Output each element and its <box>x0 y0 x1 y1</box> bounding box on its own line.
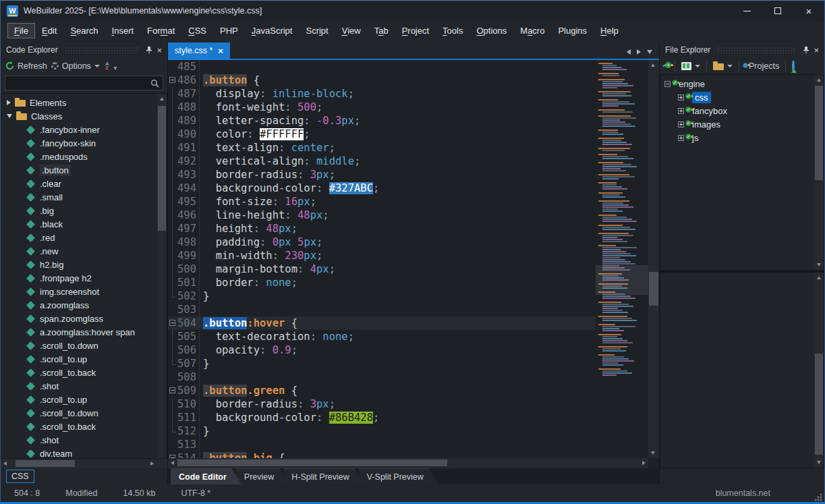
editor-vscrollbar[interactable] <box>648 60 659 458</box>
code-line-509[interactable]: −509.button.green { <box>168 384 596 397</box>
menu-insert[interactable]: Insert <box>105 23 141 38</box>
menu-project[interactable]: Project <box>395 23 436 38</box>
fold-toggle[interactable]: − <box>168 451 177 458</box>
tab-scroll-right-icon[interactable] <box>637 49 641 55</box>
menu-plugins[interactable]: Plugins <box>551 23 594 38</box>
tree-item-h2-big[interactable]: h2.big <box>1 258 167 271</box>
fold-collapse-icon[interactable]: − <box>169 387 175 393</box>
scroll-left-arrow-icon[interactable] <box>171 461 174 465</box>
sort-button[interactable]: AZ <box>104 62 117 70</box>
minimize-button[interactable] <box>731 1 762 21</box>
tree-item-a-zoomglass-hover-span[interactable]: a.zoomglass:hover span <box>1 325 167 339</box>
expand-icon[interactable]: + <box>678 135 684 141</box>
tree-item-button[interactable]: .button <box>1 163 167 177</box>
code-tree-hscrollbar[interactable] <box>1 459 167 468</box>
title-bar[interactable]: W WeBuilder 2025- [E:\Web\blumentals\www… <box>1 1 824 21</box>
view-tab-h-split-preview[interactable]: H-Split Preview <box>283 468 364 484</box>
code-line-489[interactable]: 489 letter-spacing: -0.3px; <box>168 114 596 128</box>
collapse-icon[interactable] <box>7 114 12 118</box>
minimap-viewport[interactable] <box>596 265 648 295</box>
code-line-512[interactable]: 512} <box>168 424 596 438</box>
scroll-up-arrow-icon[interactable] <box>817 78 821 82</box>
view-tab-v-split-preview[interactable]: V-Split Preview <box>359 468 438 484</box>
tree-item-elements[interactable]: Elements <box>1 96 167 109</box>
publish-button[interactable] <box>792 61 795 71</box>
code-line-513[interactable]: 513 <box>168 438 596 451</box>
tree-item-meduspods[interactable]: .meduspods <box>1 150 167 163</box>
scroll-thumb[interactable] <box>815 86 823 180</box>
menu-search[interactable]: Search <box>63 23 105 38</box>
tree-item-span-zoomglass[interactable]: span.zoomglass <box>1 312 167 325</box>
tree-item-fancybox-skin[interactable]: .fancybox-skin <box>1 136 167 150</box>
expand-icon[interactable]: + <box>678 121 684 128</box>
search-box[interactable] <box>5 76 163 90</box>
folder-item-js[interactable]: +✓js <box>660 131 824 144</box>
tab-css[interactable]: CSS <box>6 470 34 483</box>
code-line-485[interactable]: 485 <box>168 60 596 74</box>
expand-icon[interactable] <box>7 100 11 105</box>
scroll-left-arrow-icon[interactable] <box>3 461 7 466</box>
close-panel-icon[interactable]: × <box>157 46 162 55</box>
tab-close-icon[interactable]: × <box>218 46 223 56</box>
menu-file[interactable]: File <box>7 23 35 38</box>
resize-grip[interactable] <box>814 493 823 502</box>
pin-icon[interactable] <box>146 46 152 54</box>
tree-item-red[interactable]: .red <box>1 231 167 244</box>
scroll-thumb[interactable] <box>649 272 658 306</box>
code-line-492[interactable]: 492 vertical-align: middle; <box>168 155 596 168</box>
expand-icon[interactable]: + <box>678 94 684 101</box>
code-line-506[interactable]: 506 opacity: 0.9; <box>168 343 596 357</box>
tree-item-a-zoomglass[interactable]: a.zoomglass <box>1 298 167 312</box>
close-button[interactable]: × <box>793 1 824 21</box>
tab-list-dropdown-icon[interactable] <box>647 50 652 54</box>
folder-item-css[interactable]: +✓css <box>660 90 824 104</box>
fold-collapse-icon[interactable]: − <box>169 77 175 83</box>
folder-item-engine[interactable]: −✓engine <box>660 77 824 90</box>
folder-tree-vscrollbar[interactable] <box>814 75 824 270</box>
code-line-493[interactable]: 493 border-radius: 3px; <box>168 168 596 181</box>
collapse-icon[interactable]: − <box>664 81 671 87</box>
scroll-thumb[interactable] <box>158 106 166 231</box>
code-lines[interactable]: 485−486.button {487 display: inline-bloc… <box>168 60 596 458</box>
scroll-right-arrow-icon[interactable] <box>642 461 646 465</box>
menu-edit[interactable]: Edit <box>35 23 63 38</box>
tree-item-scroll-to-back[interactable]: .scroll_to.back <box>1 366 167 379</box>
code-line-497[interactable]: 497 height: 48px; <box>168 222 596 235</box>
search-input[interactable] <box>9 78 150 88</box>
tree-item-classes[interactable]: Classes <box>1 109 167 123</box>
tree-item-scroll-to-down[interactable]: .scroll_to.down <box>1 339 167 352</box>
tree-item-div-team[interactable]: div.team <box>1 447 167 459</box>
menu-macro[interactable]: Macro <box>513 23 551 38</box>
fold-toggle[interactable]: − <box>168 384 177 397</box>
pin-icon[interactable] <box>803 46 809 54</box>
scroll-up-arrow-icon[interactable] <box>651 63 655 67</box>
expand-icon[interactable]: + <box>678 108 684 114</box>
options-button[interactable]: Options <box>51 61 100 71</box>
scroll-down-arrow-icon[interactable] <box>817 461 821 464</box>
scroll-up-arrow-icon[interactable] <box>817 276 821 279</box>
menu-format[interactable]: Format <box>140 23 181 38</box>
menu-css[interactable]: CSS <box>181 23 213 38</box>
maximize-button[interactable] <box>762 1 793 21</box>
code-line-510[interactable]: 510 border-radius: 3px; <box>168 397 596 411</box>
code-line-508[interactable]: 508 <box>168 370 596 384</box>
view-tab-code-editor[interactable]: Code Editor <box>171 468 241 484</box>
tree-item-black[interactable]: .black <box>1 217 167 231</box>
menu-help[interactable]: Help <box>594 23 625 38</box>
code-line-504[interactable]: −504.button:hover { <box>168 316 596 330</box>
editor-hscrollbar[interactable] <box>168 458 648 468</box>
view-tab-preview[interactable]: Preview <box>236 468 289 484</box>
code-line-505[interactable]: 505 text-decoration: none; <box>168 330 596 343</box>
code-line-498[interactable]: 498 padding: 0px 5px; <box>168 235 596 249</box>
scroll-up-arrow-icon[interactable] <box>160 97 164 101</box>
code-line-511[interactable]: 511 background-color: #86B428; <box>168 411 596 424</box>
menu-javascript[interactable]: JavaScript <box>245 23 300 38</box>
menu-tools[interactable]: Tools <box>436 23 470 38</box>
tree-item-scroll-to-down[interactable]: .scroll_to.down <box>1 406 167 420</box>
tree-item-new[interactable]: .new <box>1 244 167 258</box>
code-line-490[interactable]: 490 color: #FFFFFF; <box>168 128 596 141</box>
code-line-514[interactable]: −514.button.big { <box>168 451 596 458</box>
menu-tab[interactable]: Tab <box>368 23 395 38</box>
code-line-491[interactable]: 491 text-align: center; <box>168 141 596 155</box>
view-mode-button[interactable] <box>681 62 700 70</box>
